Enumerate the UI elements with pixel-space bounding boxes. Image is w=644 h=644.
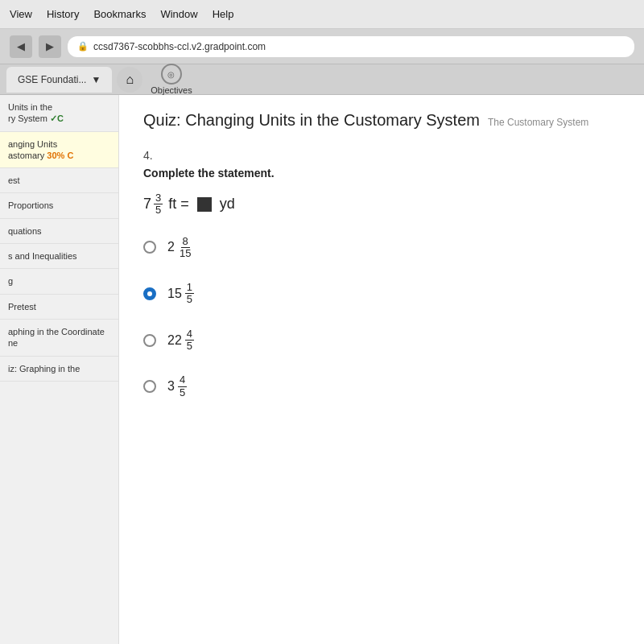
option-c-denom: 5 (185, 341, 194, 352)
sidebar-badge-1: 30% C (47, 151, 73, 160)
sidebar-item-label-5: s and Inequalities (8, 251, 77, 261)
address-text: ccsd7367-scobbhs-ccl.v2.gradpoint.com (93, 41, 266, 52)
home-button[interactable]: ⌂ (117, 67, 142, 93)
sidebar-item-7[interactable]: Pretest (0, 295, 118, 320)
sidebar-item-8[interactable]: aphing in the Coordinatene (0, 320, 118, 357)
sidebar-item-4[interactable]: quations (0, 219, 118, 244)
sidebar: Units in thery System ✓C anging Unitsast… (0, 95, 119, 644)
sidebar-item-label-4: quations (8, 226, 42, 236)
forward-button[interactable]: ▶ (39, 35, 61, 58)
equation-numerator: 3 (154, 192, 163, 204)
sidebar-item-label-7: Pretest (8, 302, 36, 312)
option-b-whole: 15 (167, 287, 182, 301)
sidebar-item-label-3: Proportions (8, 200, 53, 210)
option-d-mixed: 3 4 5 (167, 374, 188, 398)
lock-icon: 🔒 (77, 41, 89, 52)
option-a-whole: 2 (167, 240, 175, 254)
radio-a[interactable] (143, 241, 156, 254)
sidebar-item-label-9: iz: Graphing in the (8, 364, 80, 374)
option-a[interactable]: 2 8 15 (143, 236, 620, 260)
menu-bookmarks[interactable]: Bookmarks (93, 8, 146, 20)
menu-history[interactable]: History (47, 8, 79, 20)
option-a-mixed: 2 8 15 (167, 236, 193, 260)
answer-blank (197, 197, 212, 212)
question-number: 4. (143, 149, 620, 162)
equation-whole: 7 (143, 196, 151, 213)
page-title-text: Quiz: Changing Units in the Customary Sy… (143, 111, 480, 130)
sidebar-item-6[interactable]: g (0, 269, 118, 294)
radio-d[interactable] (143, 380, 156, 393)
sidebar-item-0[interactable]: Units in thery System ✓C (0, 95, 118, 132)
menu-window[interactable]: Window (160, 8, 197, 20)
address-bar[interactable]: 🔒 ccsd7367-scobbhs-ccl.v2.gradpoint.com (68, 36, 634, 57)
option-d-numer: 4 (178, 374, 187, 386)
tab-dropdown-icon[interactable]: ▼ (91, 74, 101, 85)
option-a-fraction: 8 15 (178, 236, 192, 260)
option-b-denom: 5 (185, 294, 194, 305)
option-d-fraction: 4 5 (178, 374, 187, 398)
page-title: Quiz: Changing Units in the Customary Sy… (143, 111, 620, 130)
radio-c[interactable] (143, 334, 156, 347)
objectives-button[interactable]: ◎ Objectives (151, 64, 192, 95)
equation-unit-from: ft = (168, 196, 189, 213)
option-a-denom: 15 (178, 248, 192, 259)
option-b-value: 15 1 5 (167, 282, 195, 306)
option-c-value: 22 4 5 (167, 328, 195, 353)
equation-unit-to: yd (220, 196, 235, 213)
radio-b[interactable] (143, 287, 156, 300)
option-d-whole: 3 (167, 379, 175, 394)
option-b-numer: 1 (185, 282, 194, 294)
option-b[interactable]: 15 1 5 (143, 282, 620, 306)
option-c-mixed: 22 4 5 (167, 328, 195, 353)
sidebar-item-label-8: aphing in the Coordinatene (8, 327, 105, 348)
objectives-icon: ◎ (161, 64, 182, 85)
sidebar-item-3[interactable]: Proportions (0, 193, 118, 218)
page-title-subtitle: The Customary System (488, 117, 588, 128)
sidebar-item-2[interactable]: est (0, 168, 118, 193)
sidebar-item-label-0: Units in thery System (8, 102, 52, 123)
sidebar-item-9[interactable]: iz: Graphing in the (0, 357, 118, 382)
option-c-numer: 4 (185, 328, 194, 341)
tab-bar: GSE Foundati... ▼ ⌂ ◎ Objectives (0, 64, 644, 95)
option-b-fraction: 1 5 (185, 282, 194, 306)
browser-chrome: ◀ ▶ 🔒 ccsd7367-scobbhs-ccl.v2.gradpoint.… (0, 29, 644, 64)
sidebar-item-label-2: est (8, 175, 20, 185)
back-button[interactable]: ◀ (10, 35, 32, 58)
sidebar-item-1[interactable]: anging Unitsastomary 30% C (0, 132, 118, 169)
option-c-whole: 22 (167, 333, 182, 348)
option-d-denom: 5 (178, 387, 187, 398)
sidebar-item-5[interactable]: s and Inequalities (0, 244, 118, 269)
main-layout: Units in thery System ✓C anging Unitsast… (0, 95, 644, 644)
content-area: Quiz: Changing Units in the Customary Sy… (119, 95, 644, 644)
equation-mixed-number: 7 3 5 (143, 192, 163, 217)
active-tab[interactable]: GSE Foundati... ▼ (6, 67, 112, 93)
equation-fraction: 3 5 (154, 192, 163, 217)
menu-view[interactable]: View (10, 8, 32, 20)
answer-options: 2 8 15 15 1 5 (143, 236, 620, 398)
option-a-numer: 8 (181, 236, 190, 248)
menu-bar: View History Bookmarks Window Help (0, 0, 644, 29)
sidebar-checkmark-0: ✓C (50, 114, 64, 123)
option-c-fraction: 4 5 (185, 328, 194, 353)
option-c[interactable]: 22 4 5 (143, 328, 620, 353)
option-b-mixed: 15 1 5 (167, 282, 195, 306)
question-instruction: Complete the statement. (143, 167, 620, 180)
option-d-value: 3 4 5 (167, 374, 188, 398)
sidebar-item-label-6: g (8, 276, 13, 286)
option-a-value: 2 8 15 (167, 236, 193, 260)
equation-denominator: 5 (154, 204, 163, 216)
objectives-label: Objectives (151, 85, 192, 95)
option-d[interactable]: 3 4 5 (143, 374, 620, 398)
menu-help[interactable]: Help (213, 8, 234, 20)
tab-label: GSE Foundati... (18, 74, 86, 85)
equation: 7 3 5 ft = yd (143, 192, 620, 217)
